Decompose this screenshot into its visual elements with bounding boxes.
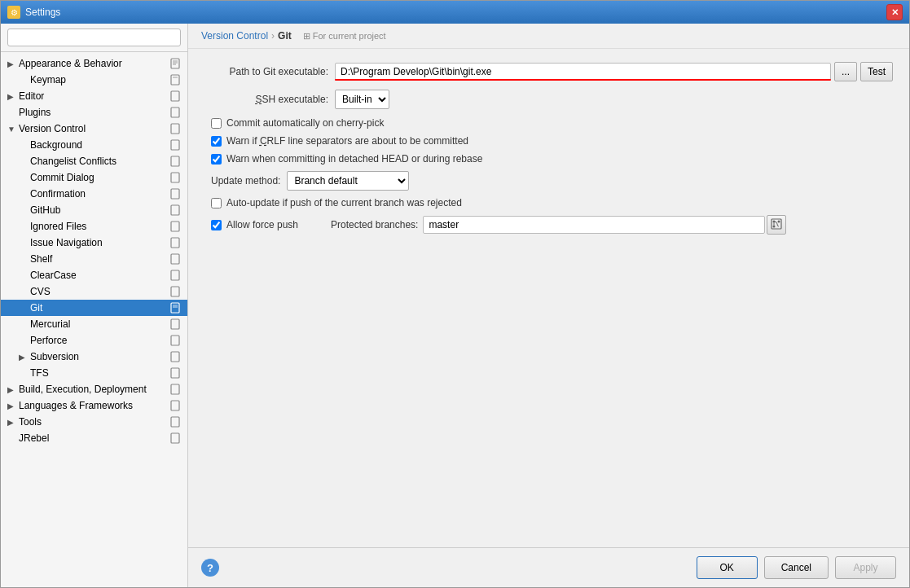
sidebar-item-plugins[interactable]: Plugins xyxy=(1,104,187,121)
sidebar: ▶ Appearance & Behavior Keymap ▶ Editor xyxy=(1,24,188,587)
svg-rect-12 xyxy=(171,189,179,199)
sidebar-item-jrebel[interactable]: JRebel xyxy=(1,430,187,446)
svg-rect-17 xyxy=(171,270,179,280)
svg-rect-4 xyxy=(171,75,179,85)
sidebar-item-issue-navigation[interactable]: Issue Navigation xyxy=(1,235,187,251)
sidebar-item-commit-dialog[interactable]: Commit Dialog xyxy=(1,169,187,186)
search-input[interactable] xyxy=(7,29,181,46)
sidebar-item-github[interactable]: GitHub xyxy=(1,202,187,218)
sidebar-item-tools[interactable]: ▶ Tools xyxy=(1,414,187,430)
protected-branches-button[interactable] xyxy=(767,215,786,235)
svg-rect-25 xyxy=(171,368,179,378)
cancel-button[interactable]: Cancel xyxy=(764,556,829,579)
browse-button[interactable]: ... xyxy=(834,62,857,81)
svg-rect-6 xyxy=(171,91,179,101)
warn-crlf-checkbox[interactable] xyxy=(211,136,222,147)
svg-rect-30 xyxy=(772,219,781,229)
sidebar-item-appearance[interactable]: ▶ Appearance & Behavior xyxy=(1,55,187,72)
protected-branches-label: Protected branches: xyxy=(331,219,418,230)
branches-icon xyxy=(771,218,782,230)
svg-point-33 xyxy=(778,221,780,223)
sidebar-item-label: Appearance & Behavior xyxy=(19,58,169,69)
page-icon xyxy=(169,335,181,346)
sidebar-item-build[interactable]: ▶ Build, Execution, Deployment xyxy=(1,381,187,397)
svg-rect-9 xyxy=(171,140,179,150)
sidebar-item-label: Background xyxy=(30,139,169,151)
page-icon xyxy=(169,204,181,216)
expand-icon: ▶ xyxy=(19,353,30,362)
svg-rect-26 xyxy=(171,384,179,394)
sidebar-item-keymap[interactable]: Keymap xyxy=(1,72,187,88)
sidebar-item-editor[interactable]: ▶ Editor xyxy=(1,88,187,104)
warn-detached-label: Warn when committing in detached HEAD or… xyxy=(226,153,482,165)
sidebar-item-label: Git xyxy=(30,302,169,314)
ssh-select[interactable]: Built-in Native xyxy=(335,90,389,109)
expand-icon: ▶ xyxy=(7,92,19,101)
sidebar-item-label: Mercurial xyxy=(30,318,169,330)
page-icon xyxy=(169,384,181,395)
svg-rect-29 xyxy=(171,433,179,443)
page-icon xyxy=(169,139,181,151)
search-box xyxy=(1,24,187,52)
help-button[interactable]: ? xyxy=(201,559,219,577)
sidebar-item-clearcase[interactable]: ClearCase xyxy=(1,267,187,283)
sidebar-item-tfs[interactable]: TFS xyxy=(1,365,187,381)
sidebar-item-git[interactable]: Git xyxy=(1,300,187,316)
breadcrumb: Version Control › Git ⊞ For current proj… xyxy=(188,24,909,49)
svg-rect-11 xyxy=(171,173,179,182)
sidebar-item-subversion[interactable]: ▶ Subversion xyxy=(1,349,187,365)
update-method-select[interactable]: Branch default Merge Rebase xyxy=(287,171,409,191)
sidebar-item-version-control[interactable]: ▼ Version Control xyxy=(1,121,187,137)
page-icon xyxy=(169,286,181,297)
sidebar-item-label: Issue Navigation xyxy=(30,237,169,248)
app-icon: ⚙ xyxy=(7,6,20,19)
sidebar-item-label: Version Control xyxy=(19,123,169,134)
sidebar-item-perforce[interactable]: Perforce xyxy=(1,332,187,349)
page-icon xyxy=(169,270,181,281)
commit-cherry-pick-label: Commit automatically on cherry-pick xyxy=(226,117,384,129)
svg-rect-28 xyxy=(171,417,179,427)
sidebar-item-ignored-files[interactable]: Ignored Files xyxy=(1,218,187,235)
sidebar-item-shelf[interactable]: Shelf xyxy=(1,251,187,267)
sidebar-item-label: Keymap xyxy=(30,74,169,86)
commit-cherry-pick-row: Commit automatically on cherry-pick xyxy=(204,117,893,129)
auto-update-row: Auto-update if push of the current branc… xyxy=(204,197,893,208)
main-panel: Version Control › Git ⊞ For current proj… xyxy=(188,24,909,587)
sidebar-item-changelist-conflicts[interactable]: Changelist Conflicts xyxy=(1,153,187,169)
sidebar-item-mercurial[interactable]: Mercurial xyxy=(1,316,187,332)
sidebar-item-label: Subversion xyxy=(30,351,169,362)
page-icon xyxy=(169,58,181,69)
ssh-label: SSH executable: xyxy=(204,94,335,105)
main-content: ▶ Appearance & Behavior Keymap ▶ Editor xyxy=(1,24,909,587)
ok-button[interactable]: OK xyxy=(697,556,758,579)
sidebar-item-confirmation[interactable]: Confirmation xyxy=(1,186,187,202)
svg-rect-7 xyxy=(171,108,179,117)
apply-button[interactable]: Apply xyxy=(835,556,896,579)
breadcrumb-project: ⊞ For current project xyxy=(303,31,386,42)
breadcrumb-version-control[interactable]: Version Control xyxy=(201,30,268,42)
sidebar-item-label: Ignored Files xyxy=(30,221,169,232)
close-button[interactable]: ✕ xyxy=(886,4,903,20)
sidebar-item-label: Commit Dialog xyxy=(30,172,169,183)
auto-update-label: Auto-update if push of the current branc… xyxy=(226,197,462,208)
allow-force-push-row: Allow force push Protected branches: xyxy=(204,215,893,235)
auto-update-checkbox[interactable] xyxy=(211,198,222,208)
path-input[interactable] xyxy=(335,63,831,81)
sidebar-item-label: Build, Execution, Deployment xyxy=(19,384,169,395)
path-input-group: ... Test xyxy=(335,62,893,81)
sidebar-item-cvs[interactable]: CVS xyxy=(1,283,187,300)
svg-rect-16 xyxy=(171,254,179,264)
sidebar-item-label: Languages & Frameworks xyxy=(19,400,169,411)
commit-cherry-pick-checkbox[interactable] xyxy=(211,118,222,129)
protected-branches-input[interactable] xyxy=(423,216,765,234)
page-icon xyxy=(169,156,181,167)
expand-icon: ▶ xyxy=(7,59,19,68)
sidebar-item-background[interactable]: Background xyxy=(1,137,187,153)
update-method-row: Update method: Branch default Merge Reba… xyxy=(204,171,893,191)
test-button[interactable]: Test xyxy=(860,62,893,81)
sidebar-item-languages[interactable]: ▶ Languages & Frameworks xyxy=(1,397,187,414)
allow-force-push-checkbox[interactable] xyxy=(211,220,222,230)
expand-icon: ▶ xyxy=(7,402,19,410)
sidebar-item-label: CVS xyxy=(30,286,169,297)
warn-detached-checkbox[interactable] xyxy=(211,154,222,165)
